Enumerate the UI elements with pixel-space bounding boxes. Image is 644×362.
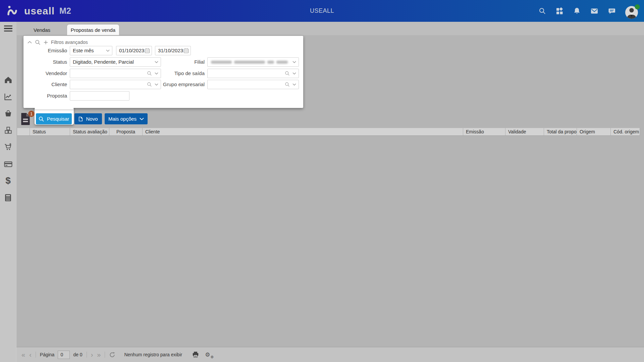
divider <box>87 352 87 358</box>
column-header-validade[interactable]: Validade <box>505 128 544 135</box>
vendedor-label: Vendedor <box>23 69 67 78</box>
chevron-down-icon[interactable] <box>106 50 110 52</box>
cliente-label: Cliente <box>23 80 67 89</box>
filter-panel-header: Filtros avançados <box>28 39 88 46</box>
next-page-button[interactable]: › <box>91 351 93 358</box>
sidebar-item-home[interactable] <box>0 74 16 85</box>
sidebar-item-shopping-cart[interactable] <box>0 141 16 153</box>
tab-bar: Vendas Propostas de venda <box>0 22 644 35</box>
menu-icon[interactable] <box>0 22 16 35</box>
search-icon <box>39 116 44 122</box>
column-header-status[interactable]: Status <box>30 128 70 135</box>
filter-panel-seam <box>35 106 73 109</box>
calendar-icon[interactable] <box>145 48 150 53</box>
column-header-emissao[interactable]: Emissão <box>463 128 505 135</box>
new-document-icon <box>78 116 83 122</box>
proposta-field <box>70 91 129 101</box>
search-icon[interactable] <box>147 71 152 76</box>
tipo-saida-combo <box>207 69 299 78</box>
sidebar-item-sales-chart[interactable] <box>0 91 16 102</box>
divider <box>36 352 36 358</box>
tab-propostas-de-venda[interactable]: Propostas de venda <box>67 24 119 35</box>
apps-grid-icon[interactable] <box>555 7 564 15</box>
sidebar-item-finance[interactable]: $ <box>0 175 16 186</box>
proposta-label: Proposta <box>23 91 67 101</box>
column-header-origem[interactable]: Origem <box>577 128 611 135</box>
pending-documents-icon[interactable]: 1 <box>20 113 32 126</box>
credit-card-icon <box>4 160 12 168</box>
search-icon[interactable] <box>147 82 152 87</box>
status-select[interactable]: Digitado, Pendente, Parcial <box>70 57 161 67</box>
basket-icon <box>4 109 12 118</box>
emissao-preset-select[interactable]: Este mês <box>70 46 112 55</box>
avatar[interactable] <box>625 4 640 20</box>
topbar: useall M2 USEALL <box>0 0 644 22</box>
chevron-down-icon <box>140 118 144 120</box>
chat-icon[interactable] <box>608 7 616 15</box>
filter-panel: Filtros avançados Emissão Este mês 01/10… <box>23 36 303 108</box>
chevron-down-icon[interactable] <box>292 61 296 63</box>
column-header-status-avaliacao[interactable]: Status avaliação <box>70 128 109 135</box>
page-total-label: de 0 <box>73 352 82 357</box>
status-label: Status <box>23 57 67 67</box>
chart-icon <box>4 93 12 101</box>
calendar-icon[interactable] <box>183 48 189 53</box>
dollar-icon: $ <box>5 176 11 185</box>
app-window: useall M2 USEALL <box>0 0 644 362</box>
pending-count-badge: 1 <box>28 111 35 117</box>
search-icon[interactable] <box>285 82 290 87</box>
cart-add-icon <box>4 143 12 151</box>
search-icon[interactable] <box>35 40 41 45</box>
page-number-input[interactable] <box>58 351 70 359</box>
tab-vendas[interactable]: Vendas <box>20 24 64 35</box>
sidebar-item-products[interactable] <box>0 124 16 136</box>
sidebar: $ <box>0 35 16 362</box>
search-icon[interactable] <box>538 7 546 15</box>
column-header-total-proposta[interactable]: Total da propos <box>544 128 577 135</box>
previous-page-button[interactable]: ‹ <box>29 351 32 358</box>
search-button[interactable]: Pesquisar <box>36 113 72 124</box>
collapse-chevron-up-icon[interactable] <box>28 41 32 44</box>
filial-value-redacted <box>208 58 299 66</box>
divider <box>105 352 105 358</box>
mail-icon[interactable] <box>590 7 598 15</box>
notifications-bell-icon[interactable] <box>573 7 581 15</box>
chevron-down-icon[interactable] <box>292 72 296 75</box>
emissao-date-to[interactable]: 31/10/2023 <box>155 46 191 55</box>
first-page-button[interactable]: « <box>21 351 25 358</box>
page-label: Página <box>40 352 55 357</box>
last-page-button[interactable]: » <box>97 351 101 358</box>
vendedor-combo <box>70 69 161 78</box>
advanced-filters-label: Filtros avançados <box>51 40 88 45</box>
chevron-down-icon[interactable] <box>292 83 296 86</box>
new-button[interactable]: Novo <box>74 113 102 124</box>
filial-select[interactable] <box>207 57 299 67</box>
search-icon[interactable] <box>285 71 290 76</box>
more-options-button[interactable]: Mais opções <box>105 113 148 124</box>
calculator-icon <box>4 194 12 202</box>
tipo-saida-label: Tipo de saída <box>154 69 205 78</box>
column-header-selector <box>17 128 30 135</box>
emissao-date-from[interactable]: 01/10/2023 <box>116 46 152 55</box>
topbar-actions <box>538 0 640 22</box>
home-icon <box>4 76 12 84</box>
column-header-cliente[interactable]: Cliente <box>143 128 463 135</box>
grid-settings-icon[interactable]: ⚙⚙ <box>205 352 214 358</box>
cubes-icon <box>4 126 12 134</box>
column-header-proposta[interactable]: Proposta <box>109 128 143 135</box>
column-header-cod-origem[interactable]: Cód. origem <box>611 128 640 135</box>
sidebar-item-basket[interactable] <box>0 108 16 119</box>
sidebar-item-calculator[interactable] <box>0 192 16 203</box>
add-filter-plus-icon[interactable] <box>44 40 48 45</box>
pagination-bar: « ‹ Página de 0 › » Nenhum registro para… <box>16 347 644 362</box>
emissao-label: Emissão <box>23 46 67 55</box>
empty-message: Nenhum registro para exibir <box>124 352 182 357</box>
filial-label: Filial <box>154 57 205 67</box>
sidebar-item-billing[interactable] <box>0 158 16 170</box>
print-icon[interactable] <box>192 351 199 358</box>
proposta-input[interactable] <box>70 92 129 100</box>
online-status-dot <box>635 4 640 9</box>
refresh-icon[interactable] <box>109 352 115 358</box>
grupo-empresarial-combo <box>207 80 299 89</box>
grupo-empresarial-label: Grupo empresarial <box>154 80 205 89</box>
